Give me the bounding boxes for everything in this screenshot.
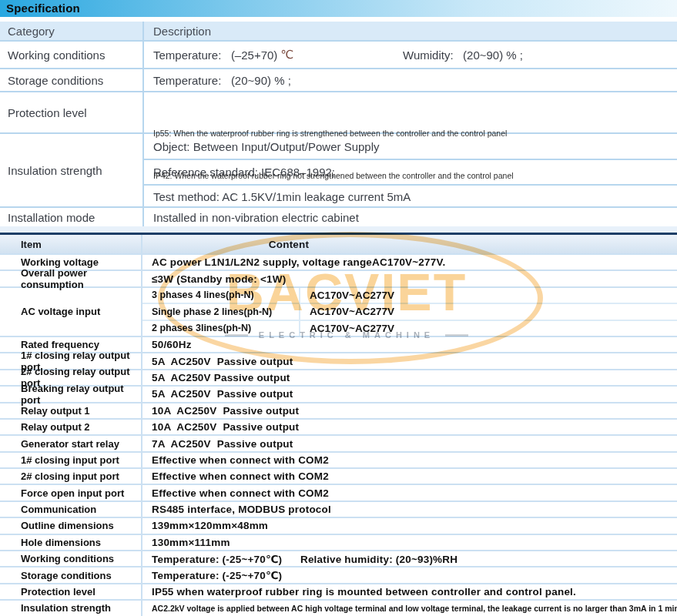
spec-item-label: Breaking relay output port bbox=[0, 387, 142, 401]
spec-item-value: Temperature: (-25~+70℃) Relative humidit… bbox=[142, 551, 677, 566]
spec-item-label: Hole dimensions bbox=[0, 535, 142, 550]
category-label: Protection level bbox=[0, 92, 142, 132]
spec-item-value: Effective when connect with COM2 bbox=[142, 485, 677, 500]
table-separator bbox=[0, 226, 677, 233]
table-row: 2 phases 3lines(ph-N) AC170V~AC277V bbox=[142, 320, 677, 336]
spec-item-value: Effective when connect with COM2 bbox=[142, 469, 677, 484]
table-row: Relay output 1 10A AC250V Passive output bbox=[0, 402, 677, 418]
installation-mode-description: Installed in non-vibration electric cabi… bbox=[142, 208, 677, 226]
category-label: Storage conditions bbox=[0, 69, 142, 91]
voltage-range-value: AC170V~AC277V bbox=[300, 304, 677, 319]
row-installation-mode: Installation mode Installed in non-vibra… bbox=[0, 206, 677, 226]
table-row: Overall power consumption ≤3W (Standby m… bbox=[0, 270, 677, 286]
spec-item-label: Communication bbox=[0, 502, 142, 517]
table-row: 1# closing input port Effective when con… bbox=[0, 451, 677, 467]
table-row: Insulation strength AC2.2kV voltage is a… bbox=[0, 599, 677, 615]
spec-item-label: Relay output 2 bbox=[0, 420, 142, 434]
page-title: Specification bbox=[0, 0, 677, 17]
table-row: Hole dimensions 130mm×111mm bbox=[0, 534, 677, 550]
spec-item-label: Outline dimensions bbox=[0, 518, 142, 533]
row-working-conditions: Working conditions Temperature: (–25+70)… bbox=[0, 40, 677, 68]
table-row: Breaking relay output port 5A AC250V Pas… bbox=[0, 385, 677, 401]
table-row: Generator start relay 7A AC250V Passive … bbox=[0, 434, 677, 450]
spec-item-value: 130mm×111mm bbox=[142, 535, 677, 550]
spec-item-value: 10A AC250V Passive output bbox=[142, 403, 677, 418]
column-header-item: Item bbox=[0, 235, 142, 253]
spec-item-value: Effective when connect with COM2 bbox=[142, 453, 677, 467]
category-label: Insulation strength bbox=[0, 134, 142, 206]
spec-item-label: Overall power consumption bbox=[0, 271, 142, 286]
spec-item-label: Storage conditions bbox=[0, 567, 142, 582]
spec-item-value: AC2.2kV voltage is applied between AC hi… bbox=[142, 601, 677, 615]
ac-voltage-sub-rows: 3 phases 4 lines(ph-N) AC170V~AC277V Sin… bbox=[142, 288, 677, 336]
voltage-range-value: AC170V~AC277V bbox=[300, 288, 677, 303]
spec-item-label: Relay output 1 bbox=[0, 403, 142, 418]
spec-item-value: 7A AC250V Passive output bbox=[142, 436, 677, 450]
humidity-value: Wumidity: (20~90) % ; bbox=[403, 42, 523, 68]
phase-lines-label: 2 phases 3lines(ph-N) bbox=[142, 321, 300, 336]
item-content-table: Item Content Working voltage AC power L1… bbox=[0, 233, 677, 616]
category-description-table: Category Description Working conditions … bbox=[0, 22, 677, 226]
row-ac-voltage-input: AC voltage input 3 phases 4 lines(ph-N) … bbox=[0, 286, 677, 336]
spec-sheet-page: Specification Category Description Worki… bbox=[0, 0, 677, 616]
spec-item-value: Temperature: (-25~+70℃) bbox=[142, 567, 677, 582]
table-row: Relay output 2 10A AC250V Passive output bbox=[0, 418, 677, 434]
category-label: Working conditions bbox=[0, 42, 142, 68]
spec-item-label: Protection level bbox=[0, 584, 142, 599]
table-row: Communication RS485 interface, MODBUS pr… bbox=[0, 500, 677, 517]
column-header-category: Category bbox=[0, 22, 142, 40]
spec-item-value: 50/60Hz bbox=[142, 337, 677, 352]
row-protection-level: Protection level Ip55: When the waterpro… bbox=[0, 91, 677, 132]
voltage-range-value: AC170V~AC277V bbox=[300, 321, 677, 336]
table-row: Working conditions Temperature: (-25~+70… bbox=[0, 550, 677, 566]
table-row: Protection level IP55 when waterproof ru… bbox=[0, 583, 677, 599]
spec-item-value: ≤3W (Standby mode: <1W) bbox=[142, 271, 677, 286]
table-row: 2# closing input port Effective when con… bbox=[0, 467, 677, 484]
table2-header-row: Item Content bbox=[0, 235, 677, 253]
table-row: Storage conditions Temperature: (-25~+70… bbox=[0, 566, 677, 582]
spec-item-label: 1# closing input port bbox=[0, 453, 142, 467]
spec-item-label: 2# closing input port bbox=[0, 469, 142, 484]
spec-item-label: Working conditions bbox=[0, 551, 142, 566]
column-header-content: Content bbox=[142, 235, 435, 253]
category-label: Installation mode bbox=[0, 208, 142, 226]
table-row: Force open input port Effective when con… bbox=[0, 484, 677, 500]
protection-line-ip55: Ip55: When the waterproof rubber ring is… bbox=[153, 126, 677, 140]
spec-item-value: AC power L1N1/L2N2 supply, voltage range… bbox=[142, 255, 677, 270]
protection-line-ip42: IP42: When the waterproof rubber ring no… bbox=[153, 169, 677, 182]
column-header-description: Description bbox=[142, 22, 677, 40]
spec-item-label: Force open input port bbox=[0, 485, 142, 500]
spec-item-value: 5A AC250V Passive output bbox=[142, 353, 677, 368]
table-row: Single phase 2 lines(ph-N) AC170V~AC277V bbox=[142, 303, 677, 319]
spec-item-label: AC voltage input bbox=[0, 288, 142, 336]
row-storage-conditions: Storage conditions Temperature: (20~90) … bbox=[0, 68, 677, 91]
celsius-symbol: ℃ bbox=[281, 48, 294, 62]
spec-item-value: 139mm×120mm×48mm bbox=[142, 518, 677, 533]
spec-item-label: Insulation strength bbox=[0, 601, 142, 615]
storage-conditions-description: Temperature: (20~90) % ; bbox=[142, 69, 677, 91]
table-row: 3 phases 4 lines(ph-N) AC170V~AC277V bbox=[142, 288, 677, 303]
table-row: Outline dimensions 139mm×120mm×48mm bbox=[0, 517, 677, 533]
spec-item-value: RS485 interface, MODBUS protocol bbox=[142, 502, 677, 517]
table1-header-row: Category Description bbox=[0, 22, 677, 40]
temperature-value: Temperature: (–25+70) bbox=[153, 49, 281, 62]
spec-item-value: 5A AC250V Passive output bbox=[142, 370, 677, 385]
spec-item-value: IP55 when waterproof rubber ring is moun… bbox=[142, 584, 677, 599]
spec-item-value: 5A AC250V Passive output bbox=[142, 387, 677, 401]
phase-lines-label: Single phase 2 lines(ph-N) bbox=[142, 304, 300, 319]
working-conditions-description: Temperature: (–25+70) ℃ Wumidity: (20~90… bbox=[142, 42, 677, 68]
protection-level-description: Ip55: When the waterproof rubber ring is… bbox=[142, 92, 677, 132]
spec-item-label: Generator start relay bbox=[0, 436, 142, 450]
spec-item-value: 10A AC250V Passive output bbox=[142, 420, 677, 434]
phase-lines-label: 3 phases 4 lines(ph-N) bbox=[142, 288, 300, 303]
